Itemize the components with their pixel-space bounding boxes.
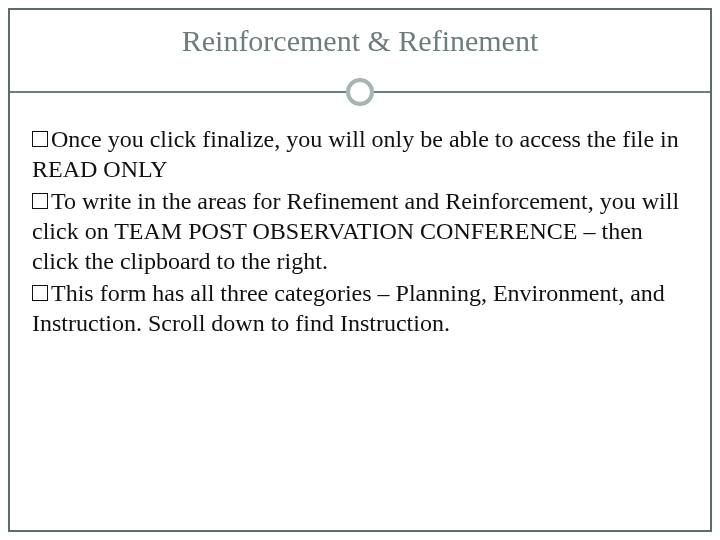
square-bullet-icon	[32, 131, 48, 147]
slide-body: Once you click finalize, you will only b…	[10, 106, 710, 338]
bullet-item: Once you click finalize, you will only b…	[32, 124, 688, 184]
slide-frame: Reinforcement & Refinement Once you clic…	[8, 8, 712, 532]
slide: Reinforcement & Refinement Once you clic…	[0, 0, 720, 540]
bullet-text: Once you click finalize, you will only b…	[32, 126, 679, 182]
slide-title: Reinforcement & Refinement	[10, 24, 710, 58]
title-divider	[10, 78, 710, 106]
bullet-text: To write in the areas for Refinement and…	[32, 188, 679, 274]
square-bullet-icon	[32, 285, 48, 301]
bullet-text: This form has all three categories – Pla…	[32, 280, 665, 336]
bullet-item: This form has all three categories – Pla…	[32, 278, 688, 338]
bullet-item: To write in the areas for Refinement and…	[32, 186, 688, 276]
square-bullet-icon	[32, 193, 48, 209]
divider-circle-icon	[346, 78, 374, 106]
